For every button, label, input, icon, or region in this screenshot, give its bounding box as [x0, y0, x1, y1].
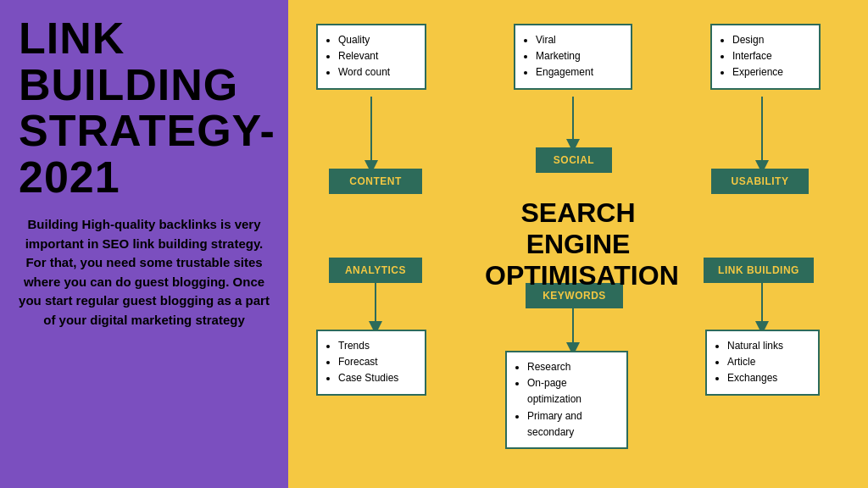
list-item: Exchanges — [727, 370, 810, 386]
right-panel: Quality Relevant Word count CONTENT ANAL… — [288, 0, 868, 488]
list-item: Relevant — [338, 48, 416, 64]
keywords-label: KEYWORDS — [526, 283, 623, 308]
content-label: CONTENT — [329, 169, 422, 194]
list-item: Forecast — [338, 354, 416, 370]
col2-bot-list: Research On-page optimization Primary an… — [515, 359, 618, 441]
list-item: Case Studies — [338, 370, 416, 386]
list-item: Design — [732, 32, 810, 48]
list-item: Article — [727, 354, 810, 370]
main-title: LINK BUILDING STRATEGY-2021 — [19, 15, 270, 200]
col2-top-box: Viral Marketing Engagement — [514, 24, 632, 90]
col1-bot-box: Trends Forecast Case Studies — [316, 330, 426, 396]
col3-bot-list: Natural links Article Exchanges — [715, 338, 810, 387]
col1-top-box: Quality Relevant Word count — [316, 24, 426, 90]
description-text: Building High-quality backlinks is very … — [19, 215, 270, 330]
analytics-label: ANALYTICS — [329, 258, 422, 283]
seo-title: SEARCH ENGINE OPTIMISATION — [485, 197, 671, 291]
col3-bot-box: Natural links Article Exchanges — [705, 330, 820, 396]
col3-top-list: Design Interface Experience — [721, 32, 810, 81]
linkbuilding-label: LINK BUILDING — [704, 258, 814, 283]
list-item: Engagement — [536, 64, 622, 80]
list-item: Word count — [338, 64, 416, 80]
list-item: Interface — [732, 48, 810, 64]
list-item: Research — [527, 359, 618, 375]
list-item: On-page optimization — [527, 375, 618, 408]
list-item: Natural links — [727, 338, 810, 354]
usability-label: USABILITY — [711, 169, 809, 194]
col1-bot-list: Trends Forecast Case Studies — [326, 338, 416, 387]
social-label: SOCIAL — [536, 147, 612, 173]
col2-top-list: Viral Marketing Engagement — [524, 32, 622, 81]
list-item: Quality — [338, 32, 416, 48]
list-item: Trends — [338, 338, 416, 354]
col1-top-list: Quality Relevant Word count — [326, 32, 416, 81]
left-panel: LINK BUILDING STRATEGY-2021 Building Hig… — [0, 0, 288, 488]
diagram: Quality Relevant Word count CONTENT ANAL… — [303, 12, 853, 476]
list-item: Primary and secondary — [527, 408, 618, 441]
col3-top-box: Design Interface Experience — [710, 24, 821, 90]
list-item: Marketing — [536, 48, 622, 64]
list-item: Viral — [536, 32, 622, 48]
list-item: Experience — [732, 64, 810, 80]
col2-bot-box: Research On-page optimization Primary an… — [505, 351, 628, 449]
